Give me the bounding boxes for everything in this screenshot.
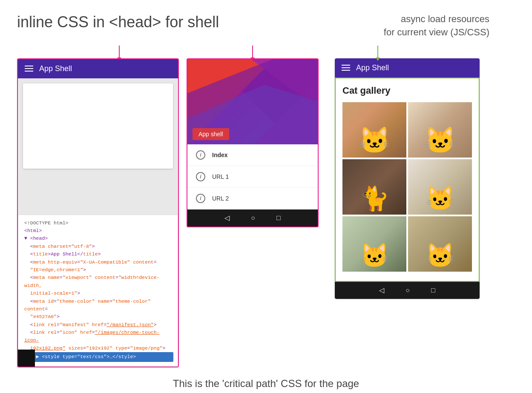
- phone2-header: App shell: [187, 59, 318, 144]
- drawer-menu: i Index i URL 1 i URL 2: [187, 144, 318, 209]
- drawer-item-url1-label: URL 1: [212, 173, 229, 180]
- phone3-title: App Shell: [356, 63, 389, 72]
- content-placeholder: [23, 83, 173, 169]
- hamburger-line-6: [342, 70, 350, 71]
- phone1-title: App Shell: [39, 64, 72, 73]
- code-line-5: <title>App Shell</title>: [30, 251, 101, 257]
- hamburger-line-1: [25, 66, 33, 66]
- phone1-column: App Shell <!DOCTYPE html> <html> ▼ <head…: [17, 58, 179, 367]
- code-area: <!DOCTYPE html> <html> ▼ <head> <meta ch…: [18, 215, 178, 367]
- phone3-toolbar: App Shell: [335, 58, 480, 77]
- dark-rect: [18, 350, 35, 367]
- drawer-item-url2-label: URL 2: [212, 195, 229, 202]
- arrow-phone3-col: [335, 46, 480, 58]
- arrow-down-green-1: [377, 46, 378, 58]
- phone1-toolbar: App Shell: [18, 59, 178, 78]
- cat-image-1: [342, 102, 406, 158]
- phone2-column: App shell i Index i URL 1 i URL 2: [187, 58, 319, 227]
- phone1-device: App Shell <!DOCTYPE html> <html> ▼ <head…: [17, 58, 179, 367]
- app-shell-nav-label: App shell: [193, 128, 229, 140]
- cat-image-6: [408, 216, 472, 272]
- hamburger-line-2: [25, 68, 33, 69]
- arrow-phone2-col: [187, 46, 319, 58]
- drawer-item-index[interactable]: i Index: [187, 144, 318, 166]
- code-line-12: <link rel="manifest" href="/manifest.jso…: [30, 322, 157, 327]
- phone2-bottom-bar: ◁ ○ □: [187, 209, 318, 227]
- bottom-caption: This is the 'critical path' CSS for the …: [17, 378, 515, 390]
- cat-image-2: [408, 102, 472, 158]
- cat-image-3: [342, 159, 406, 215]
- phone3-device: App Shell Cat gallery ◁: [335, 58, 480, 299]
- code-line-7: "IE=edge,chrome=1": [30, 267, 83, 273]
- phone1-body: [18, 78, 178, 215]
- page-layout: inline CSS in <head> for shell async loa…: [17, 13, 515, 390]
- phone2-device: App shell i Index i URL 1 i URL 2: [187, 58, 319, 227]
- arrow-down-pink-2: [252, 46, 253, 58]
- phone3-column: App Shell Cat gallery ◁: [335, 58, 480, 299]
- right-label-area: async load resources for current view (J…: [353, 13, 515, 39]
- code-line-10: <meta id="theme-color" name="theme-color…: [24, 298, 151, 312]
- cat-gallery-title: Cat gallery: [342, 85, 472, 96]
- arrow-down-pink-1: [119, 46, 120, 58]
- top-labels-row: inline CSS in <head> for shell async loa…: [17, 13, 515, 39]
- hamburger-line-4: [342, 65, 350, 66]
- cat-image-4: [408, 159, 472, 215]
- hamburger-line-3: [25, 71, 33, 72]
- info-icon-index: i: [196, 150, 205, 160]
- cat-image-5: [342, 216, 406, 272]
- code-line-8: <meta name="viewport" content="width=dev…: [24, 275, 160, 288]
- inline-css-label: inline CSS in <head> for shell: [17, 13, 315, 31]
- info-icon-url2: i: [196, 194, 205, 203]
- arrow-phone3: [377, 46, 378, 58]
- arrows-area: [17, 46, 515, 58]
- info-icon-url1: i: [196, 172, 205, 181]
- drawer-item-url2[interactable]: i URL 2: [187, 188, 318, 209]
- arrow-phone2: [252, 46, 253, 58]
- code-line-3: ▼ <head>: [24, 235, 48, 241]
- code-line-2: <html>: [24, 228, 42, 233]
- code-line-6: <meta http-equiv="X-UA-Compatible" conte…: [30, 259, 157, 265]
- back-button[interactable]: ◁: [224, 214, 230, 222]
- home-button[interactable]: ○: [251, 214, 255, 222]
- phone3-body: Cat gallery: [335, 77, 480, 282]
- hamburger-line-5: [342, 67, 350, 68]
- phone3-square-button[interactable]: □: [431, 287, 435, 294]
- phone3-hamburger-icon[interactable]: [342, 65, 350, 71]
- code-line-13: <link rel="icon" href="/images/chrome-to…: [24, 330, 160, 343]
- code-highlighted-line: ... ▶ <style type="text/css">…</style>: [23, 352, 173, 361]
- square-button[interactable]: □: [276, 214, 281, 222]
- cat-grid: [342, 102, 472, 272]
- code-line-1: <!DOCTYPE html>: [24, 220, 69, 226]
- hamburger-icon[interactable]: [25, 66, 33, 72]
- code-line-4: <meta charset="utf-8">: [30, 244, 95, 249]
- async-load-label: async load resources for current view (J…: [353, 13, 489, 39]
- code-line-14: 192x192.png": [30, 345, 66, 351]
- drawer-item-index-label: Index: [212, 152, 228, 158]
- arrow-phone1-col: [17, 46, 179, 58]
- arrow-phone1: [119, 46, 120, 58]
- phone3-back-button[interactable]: ◁: [379, 286, 384, 294]
- left-label-area: inline CSS in <head> for shell: [17, 13, 315, 39]
- drawer-item-url1[interactable]: i URL 1: [187, 166, 318, 188]
- phone3-bottom-bar: ◁ ○ □: [335, 282, 480, 299]
- code-line-11: "#4527A0": [30, 314, 57, 319]
- device-row: App Shell <!DOCTYPE html> <html> ▼ <head…: [17, 58, 515, 367]
- phone3-home-button[interactable]: ○: [405, 287, 410, 294]
- code-line-9: initial-scale=1": [30, 290, 77, 296]
